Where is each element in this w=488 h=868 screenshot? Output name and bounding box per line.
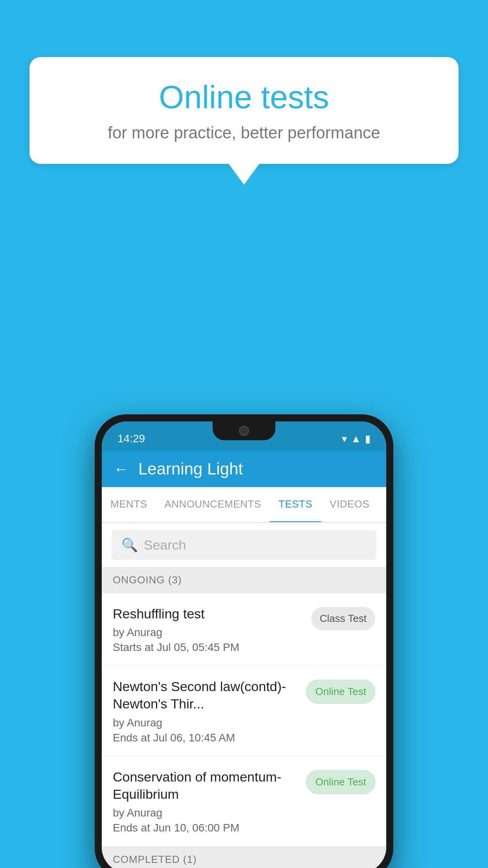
phone-frame: 14:29 ▾ ▲ ▮ ← Learning Light MENTS ANNOU… xyxy=(95,414,393,868)
test-badge-online-2: Online Test xyxy=(306,770,375,794)
ongoing-section-header: ONGOING (3) xyxy=(102,567,386,593)
bubble-title: Online tests xyxy=(53,79,435,116)
test-info: Conservation of momentum-Equilibrium by … xyxy=(113,768,298,834)
tab-tests[interactable]: TESTS xyxy=(270,487,321,523)
phone-screen: 14:29 ▾ ▲ ▮ ← Learning Light MENTS ANNOU… xyxy=(102,421,386,868)
tabs-container: MENTS ANNOUNCEMENTS TESTS VIDEOS xyxy=(102,487,386,523)
completed-section-header: COMPLETED (1) xyxy=(102,846,386,868)
app-header: ← Learning Light xyxy=(102,451,386,487)
test-badge-online: Online Test xyxy=(306,680,375,704)
bubble-tail xyxy=(228,163,260,185)
signal-icon: ▲ xyxy=(351,433,361,445)
battery-icon: ▮ xyxy=(365,433,371,445)
search-placeholder: Search xyxy=(144,537,186,553)
test-date: Ends at Jul 06, 10:45 AM xyxy=(113,732,298,744)
status-time: 14:29 xyxy=(117,432,145,445)
search-bar[interactable]: 🔍 Search xyxy=(112,530,376,560)
test-date: Ends at Jun 10, 06:00 PM xyxy=(113,822,298,834)
test-name: Conservation of momentum-Equilibrium xyxy=(113,768,298,803)
tab-videos[interactable]: VIDEOS xyxy=(321,487,378,522)
tab-announcements[interactable]: ANNOUNCEMENTS xyxy=(156,487,270,522)
completed-section-title: COMPLETED (1) xyxy=(113,853,197,865)
test-item[interactable]: Reshuffling test by Anurag Starts at Jul… xyxy=(102,593,386,666)
phone-camera xyxy=(239,426,249,436)
phone-container: 14:29 ▾ ▲ ▮ ← Learning Light MENTS ANNOU… xyxy=(95,414,393,868)
tests-list: Reshuffling test by Anurag Starts at Jul… xyxy=(102,593,386,846)
app-title: Learning Light xyxy=(138,460,243,478)
search-icon: 🔍 xyxy=(121,537,138,553)
back-button[interactable]: ← xyxy=(114,462,128,476)
test-author: by Anurag xyxy=(113,626,303,639)
speech-bubble-container: Online tests for more practice, better p… xyxy=(29,57,459,185)
wifi-icon: ▾ xyxy=(342,433,347,445)
test-name: Reshuffling test xyxy=(113,605,303,622)
phone-notch xyxy=(213,421,275,440)
status-icons: ▾ ▲ ▮ xyxy=(342,433,371,445)
speech-bubble: Online tests for more practice, better p… xyxy=(29,57,459,164)
test-author: by Anurag xyxy=(113,807,298,819)
test-badge-class: Class Test xyxy=(311,607,375,630)
test-info: Newton's Second law(contd)-Newton's Thir… xyxy=(113,678,298,744)
test-item[interactable]: Conservation of momentum-Equilibrium by … xyxy=(102,756,386,846)
tab-ments[interactable]: MENTS xyxy=(102,487,156,522)
test-info: Reshuffling test by Anurag Starts at Jul… xyxy=(113,605,303,654)
test-item[interactable]: Newton's Second law(contd)-Newton's Thir… xyxy=(102,666,386,756)
test-name: Newton's Second law(contd)-Newton's Thir… xyxy=(113,678,298,712)
test-date: Starts at Jul 05, 05:45 PM xyxy=(113,641,303,654)
ongoing-section-title: ONGOING (3) xyxy=(113,574,182,586)
search-container: 🔍 Search xyxy=(102,523,386,567)
bubble-subtitle: for more practice, better performance xyxy=(53,123,435,142)
test-author: by Anurag xyxy=(113,717,298,729)
